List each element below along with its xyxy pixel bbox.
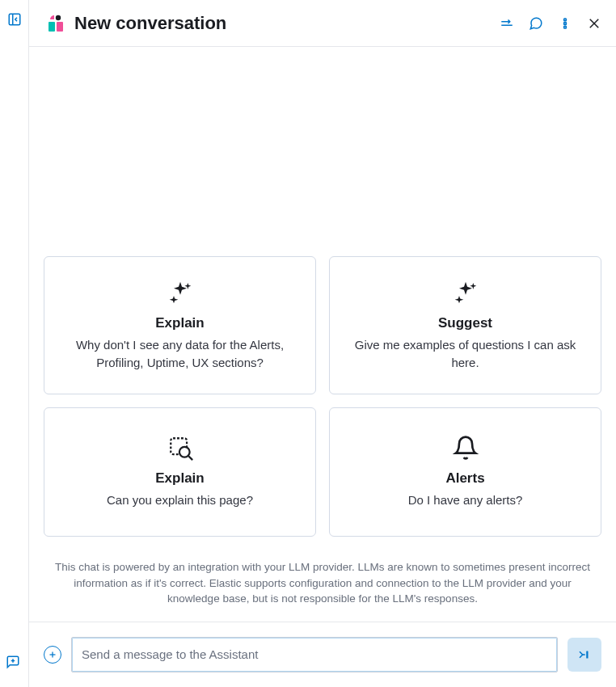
sparkles-icon [453, 280, 479, 306]
svg-rect-3 [49, 22, 55, 32]
header-actions [498, 15, 603, 32]
svg-point-13 [179, 447, 189, 457]
feedback-icon[interactable] [6, 655, 23, 672]
add-attachment-button[interactable] [44, 646, 61, 664]
card-desc: Do I have any alerts? [408, 491, 523, 509]
card-title: Explain [155, 315, 204, 331]
prompt-cards: Explain Why don't I see any data for the… [44, 256, 601, 537]
prompt-card-suggest[interactable]: Suggest Give me examples of questions I … [329, 256, 601, 395]
sparkles-icon [167, 280, 193, 306]
message-input[interactable] [71, 637, 558, 672]
app-logo-icon [45, 14, 65, 33]
svg-rect-17 [586, 651, 588, 659]
svg-point-2 [56, 15, 61, 19]
chat-icon[interactable] [527, 15, 545, 32]
card-title: Explain [155, 470, 204, 487]
prompt-card-explain-data[interactable]: Explain Why don't I see any data for the… [44, 256, 316, 395]
card-desc: Can you explain this page? [107, 491, 253, 509]
svg-rect-7 [564, 19, 567, 21]
disclaimer-text: This chat is powered by an integration w… [44, 559, 601, 607]
card-title: Alerts [445, 470, 484, 487]
card-title: Suggest [438, 315, 492, 331]
main-area: New conversation [29, 0, 616, 687]
header: New conversation [29, 0, 616, 47]
card-desc: Give me examples of questions I can ask … [348, 336, 583, 372]
send-button[interactable] [567, 638, 601, 672]
card-desc: Why don't I see any data for the Alerts,… [62, 336, 297, 372]
more-vertical-icon[interactable] [556, 15, 574, 32]
svg-line-14 [188, 457, 192, 461]
send-to-icon[interactable] [498, 15, 516, 32]
prompt-card-explain-page[interactable]: Explain Can you explain this page? [44, 407, 316, 537]
svg-rect-4 [57, 22, 63, 32]
footer [29, 622, 616, 687]
inspect-icon [167, 435, 193, 461]
page-title: New conversation [74, 13, 488, 34]
bell-icon [453, 435, 479, 461]
prompt-card-alerts[interactable]: Alerts Do I have any alerts? [329, 407, 601, 537]
svg-rect-9 [564, 26, 567, 28]
left-rail [0, 0, 29, 687]
close-icon[interactable] [585, 15, 603, 32]
svg-rect-8 [564, 22, 567, 24]
collapse-panel-icon[interactable] [5, 10, 24, 29]
content: Explain Why don't I see any data for the… [29, 47, 616, 622]
